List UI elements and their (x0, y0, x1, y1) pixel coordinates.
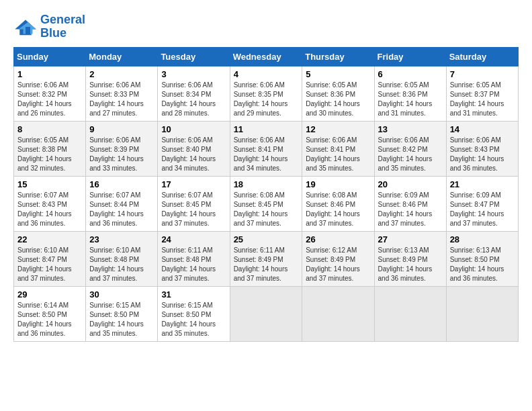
day-number: 16 (89, 179, 154, 189)
calendar-cell: 27 Sunrise: 6:13 AM Sunset: 8:49 PM Dayl… (374, 231, 446, 286)
day-info: Sunrise: 6:06 AM Sunset: 8:41 PM Dayligh… (306, 136, 370, 173)
calendar-cell (302, 286, 374, 341)
calendar-cell: 21 Sunrise: 6:09 AM Sunset: 8:47 PM Dayl… (446, 176, 518, 231)
day-info: Sunrise: 6:11 AM Sunset: 8:48 PM Dayligh… (161, 246, 226, 283)
calendar-cell: 10 Sunrise: 6:06 AM Sunset: 8:40 PM Dayl… (158, 121, 230, 176)
calendar-cell: 5 Sunrise: 6:05 AM Sunset: 8:36 PM Dayli… (302, 66, 374, 121)
day-info: Sunrise: 6:05 AM Sunset: 8:36 PM Dayligh… (306, 81, 370, 118)
day-number: 13 (378, 124, 443, 134)
day-number: 14 (450, 124, 515, 134)
day-number: 24 (161, 234, 226, 244)
page-header: General Blue (13, 13, 519, 40)
calendar-cell: 29 Sunrise: 6:14 AM Sunset: 8:50 PM Dayl… (14, 286, 86, 341)
calendar-week-row: 1 Sunrise: 6:06 AM Sunset: 8:32 PM Dayli… (14, 66, 519, 121)
day-number: 25 (234, 234, 299, 244)
calendar-cell: 22 Sunrise: 6:10 AM Sunset: 8:47 PM Dayl… (14, 231, 86, 286)
day-number: 19 (306, 179, 370, 189)
calendar-cell: 28 Sunrise: 6:13 AM Sunset: 8:50 PM Dayl… (446, 231, 518, 286)
calendar-body: 1 Sunrise: 6:06 AM Sunset: 8:32 PM Dayli… (14, 66, 519, 341)
day-info: Sunrise: 6:05 AM Sunset: 8:36 PM Dayligh… (378, 81, 443, 118)
calendar-cell (230, 286, 302, 341)
day-header-saturday: Saturday (446, 47, 518, 66)
day-number: 10 (161, 124, 226, 134)
day-number: 1 (17, 69, 82, 79)
day-info: Sunrise: 6:07 AM Sunset: 8:45 PM Dayligh… (161, 191, 226, 228)
day-number: 7 (450, 69, 515, 79)
calendar-week-row: 29 Sunrise: 6:14 AM Sunset: 8:50 PM Dayl… (14, 286, 519, 341)
day-info: Sunrise: 6:07 AM Sunset: 8:44 PM Dayligh… (89, 191, 154, 228)
day-info: Sunrise: 6:05 AM Sunset: 8:37 PM Dayligh… (450, 81, 515, 118)
calendar-cell: 30 Sunrise: 6:15 AM Sunset: 8:50 PM Dayl… (86, 286, 158, 341)
day-info: Sunrise: 6:06 AM Sunset: 8:39 PM Dayligh… (89, 136, 154, 173)
day-info: Sunrise: 6:06 AM Sunset: 8:34 PM Dayligh… (161, 81, 226, 118)
day-number: 15 (17, 179, 82, 189)
day-number: 12 (306, 124, 370, 134)
logo-text: General Blue (40, 13, 85, 40)
day-info: Sunrise: 6:08 AM Sunset: 8:45 PM Dayligh… (234, 191, 299, 228)
day-number: 21 (450, 179, 515, 189)
day-info: Sunrise: 6:07 AM Sunset: 8:43 PM Dayligh… (17, 191, 82, 228)
day-number: 6 (378, 69, 443, 79)
day-info: Sunrise: 6:13 AM Sunset: 8:50 PM Dayligh… (450, 246, 515, 283)
day-number: 30 (89, 289, 154, 300)
calendar-table: SundayMondayTuesdayWednesdayThursdayFrid… (13, 47, 519, 342)
calendar-week-row: 8 Sunrise: 6:05 AM Sunset: 8:38 PM Dayli… (14, 121, 519, 176)
day-number: 28 (450, 234, 515, 244)
calendar-cell: 31 Sunrise: 6:15 AM Sunset: 8:50 PM Dayl… (158, 286, 230, 341)
calendar-cell: 24 Sunrise: 6:11 AM Sunset: 8:48 PM Dayl… (158, 231, 230, 286)
day-info: Sunrise: 6:12 AM Sunset: 8:49 PM Dayligh… (306, 246, 370, 283)
day-number: 9 (89, 124, 154, 134)
calendar-cell: 19 Sunrise: 6:08 AM Sunset: 8:46 PM Dayl… (302, 176, 374, 231)
calendar-cell: 14 Sunrise: 6:06 AM Sunset: 8:43 PM Dayl… (446, 121, 518, 176)
calendar-cell: 16 Sunrise: 6:07 AM Sunset: 8:44 PM Dayl… (86, 176, 158, 231)
day-number: 29 (17, 289, 82, 300)
day-number: 3 (161, 69, 226, 79)
calendar-week-row: 22 Sunrise: 6:10 AM Sunset: 8:47 PM Dayl… (14, 231, 519, 286)
logo: General Blue (13, 13, 85, 40)
calendar-cell (374, 286, 446, 341)
day-info: Sunrise: 6:13 AM Sunset: 8:49 PM Dayligh… (378, 246, 443, 283)
calendar-cell: 4 Sunrise: 6:06 AM Sunset: 8:35 PM Dayli… (230, 66, 302, 121)
calendar-cell: 2 Sunrise: 6:06 AM Sunset: 8:33 PM Dayli… (86, 66, 158, 121)
day-info: Sunrise: 6:08 AM Sunset: 8:46 PM Dayligh… (306, 191, 370, 228)
day-header-friday: Friday (374, 47, 446, 66)
day-number: 23 (89, 234, 154, 244)
calendar-cell: 13 Sunrise: 6:06 AM Sunset: 8:42 PM Dayl… (374, 121, 446, 176)
day-header-wednesday: Wednesday (230, 47, 302, 66)
day-number: 4 (234, 69, 299, 79)
day-info: Sunrise: 6:14 AM Sunset: 8:50 PM Dayligh… (17, 301, 82, 338)
day-info: Sunrise: 6:09 AM Sunset: 8:46 PM Dayligh… (378, 191, 443, 228)
calendar-cell: 25 Sunrise: 6:11 AM Sunset: 8:49 PM Dayl… (230, 231, 302, 286)
calendar-cell: 6 Sunrise: 6:05 AM Sunset: 8:36 PM Dayli… (374, 66, 446, 121)
logo-icon (13, 17, 38, 36)
calendar-cell: 11 Sunrise: 6:06 AM Sunset: 8:41 PM Dayl… (230, 121, 302, 176)
day-info: Sunrise: 6:10 AM Sunset: 8:47 PM Dayligh… (17, 246, 82, 283)
day-info: Sunrise: 6:06 AM Sunset: 8:41 PM Dayligh… (234, 136, 299, 173)
calendar-cell: 26 Sunrise: 6:12 AM Sunset: 8:49 PM Dayl… (302, 231, 374, 286)
calendar-cell (446, 286, 518, 341)
calendar-cell: 17 Sunrise: 6:07 AM Sunset: 8:45 PM Dayl… (158, 176, 230, 231)
day-info: Sunrise: 6:06 AM Sunset: 8:35 PM Dayligh… (234, 81, 299, 118)
day-header-monday: Monday (86, 47, 158, 66)
day-info: Sunrise: 6:11 AM Sunset: 8:49 PM Dayligh… (234, 246, 299, 283)
day-info: Sunrise: 6:06 AM Sunset: 8:32 PM Dayligh… (17, 81, 82, 118)
day-info: Sunrise: 6:15 AM Sunset: 8:50 PM Dayligh… (89, 301, 154, 338)
day-number: 31 (161, 289, 226, 300)
calendar-cell: 9 Sunrise: 6:06 AM Sunset: 8:39 PM Dayli… (86, 121, 158, 176)
calendar-cell: 12 Sunrise: 6:06 AM Sunset: 8:41 PM Dayl… (302, 121, 374, 176)
day-info: Sunrise: 6:06 AM Sunset: 8:43 PM Dayligh… (450, 136, 515, 173)
calendar-week-row: 15 Sunrise: 6:07 AM Sunset: 8:43 PM Dayl… (14, 176, 519, 231)
calendar-cell: 18 Sunrise: 6:08 AM Sunset: 8:45 PM Dayl… (230, 176, 302, 231)
day-info: Sunrise: 6:10 AM Sunset: 8:48 PM Dayligh… (89, 246, 154, 283)
day-info: Sunrise: 6:06 AM Sunset: 8:33 PM Dayligh… (89, 81, 154, 118)
day-number: 17 (161, 179, 226, 189)
day-number: 20 (378, 179, 443, 189)
day-number: 22 (17, 234, 82, 244)
day-number: 5 (306, 69, 370, 79)
day-number: 26 (306, 234, 370, 244)
day-number: 18 (234, 179, 299, 189)
day-header-thursday: Thursday (302, 47, 374, 66)
day-info: Sunrise: 6:15 AM Sunset: 8:50 PM Dayligh… (161, 301, 226, 338)
calendar-cell: 1 Sunrise: 6:06 AM Sunset: 8:32 PM Dayli… (14, 66, 86, 121)
day-info: Sunrise: 6:05 AM Sunset: 8:38 PM Dayligh… (17, 136, 82, 173)
